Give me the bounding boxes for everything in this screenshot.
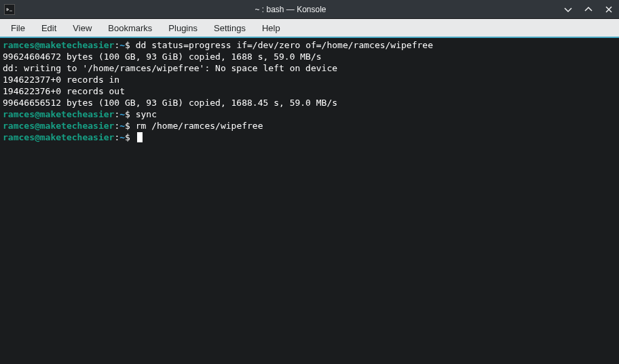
terminal-line: ramces@maketecheasier:~$ dd status=progr… (3, 39, 616, 51)
minimize-button[interactable] (562, 3, 574, 16)
menu-bar: File Edit View Bookmarks Plugins Setting… (0, 19, 619, 38)
terminal-line: ramces@maketecheasier:~$ sync (3, 108, 616, 120)
terminal-line: 194622376+0 records out (3, 85, 616, 97)
menu-bookmarks[interactable]: Bookmarks (100, 20, 160, 36)
menu-plugins[interactable]: Plugins (160, 20, 206, 36)
window-title: ~ : bash — Konsole (19, 5, 562, 14)
menu-view[interactable]: View (64, 20, 100, 36)
terminal-line: 99646656512 bytes (100 GB, 93 GiB) copie… (3, 97, 616, 108)
terminal-line: 99624604672 bytes (100 GB, 93 GiB) copie… (3, 51, 616, 62)
menu-help[interactable]: Help (254, 20, 288, 36)
menu-file[interactable]: File (3, 20, 33, 36)
window-controls (562, 3, 615, 16)
menu-settings[interactable]: Settings (206, 20, 254, 36)
maximize-button[interactable] (582, 3, 595, 16)
close-button[interactable] (603, 3, 615, 16)
terminal-line: dd: writing to '/home/ramces/wipefree': … (3, 62, 616, 74)
cursor (137, 132, 143, 142)
window-titlebar: ~ : bash — Konsole (0, 0, 619, 19)
terminal-line: ramces@maketecheasier:~$ (3, 132, 616, 143)
menu-edit[interactable]: Edit (33, 20, 64, 36)
terminal-line: 194622377+0 records in (3, 74, 616, 85)
app-icon (4, 4, 15, 15)
terminal-area[interactable]: ramces@maketecheasier:~$ dd status=progr… (0, 38, 619, 364)
terminal-line: ramces@maketecheasier:~$ rm /home/ramces… (3, 120, 616, 132)
